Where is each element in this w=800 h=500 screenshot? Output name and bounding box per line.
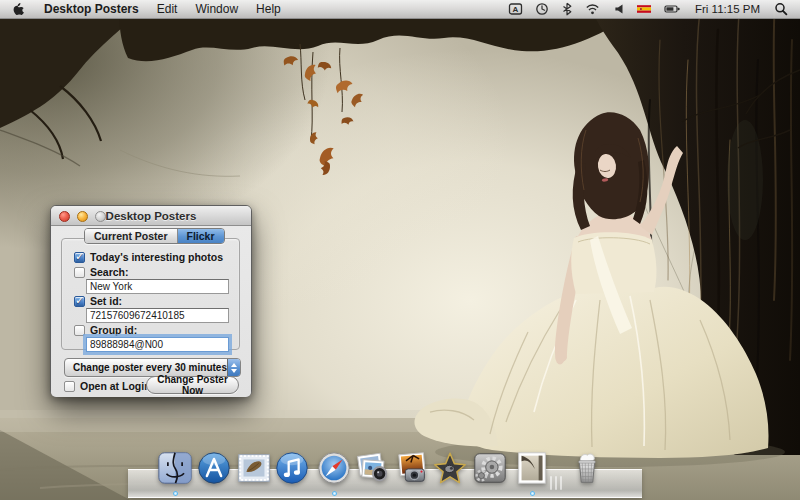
change-poster-now-button[interactable]: Change Poster Now: [146, 376, 239, 394]
window-title: Desktop Posters: [106, 210, 197, 222]
desktop: Desktop Posters Edit Window Help A: [0, 0, 800, 500]
interesting-checkbox[interactable]: [74, 252, 85, 263]
dock-divider: [550, 476, 564, 490]
svg-text:A: A: [513, 5, 519, 14]
search-checkbox[interactable]: [74, 267, 85, 278]
minimize-button[interactable]: [77, 211, 88, 222]
tab-bar: Current Poster Flickr: [84, 228, 225, 244]
group-id-checkbox[interactable]: [74, 325, 85, 336]
interval-popup-value: Change poster every 30 minutes: [65, 362, 227, 373]
set-id-checkbox[interactable]: [74, 296, 85, 307]
open-at-login-label[interactable]: Open at Login: [80, 380, 151, 392]
iphoto-icon[interactable]: [353, 449, 391, 487]
group-id-input[interactable]: [86, 337, 229, 352]
desktop-posters-window: Desktop Posters Current Poster Flickr To…: [50, 205, 252, 397]
tab-current-poster[interactable]: Current Poster: [85, 229, 178, 243]
desktop-posters-running-indicator: [530, 491, 535, 496]
itunes-icon[interactable]: [273, 449, 311, 487]
set-id-label[interactable]: Set id:: [90, 295, 122, 307]
search-input[interactable]: [86, 279, 229, 294]
menu-bar: Desktop Posters Edit Window Help A: [0, 0, 800, 19]
spotlight-icon[interactable]: [768, 0, 794, 18]
time-machine-icon[interactable]: [529, 0, 555, 18]
system-preferences-icon[interactable]: [471, 449, 509, 487]
group-id-label[interactable]: Group id:: [90, 324, 137, 336]
close-button[interactable]: [59, 211, 70, 222]
desktop-posters-dock-icon[interactable]: [513, 449, 551, 487]
bottom-row: Open at Login Change Poster Now: [64, 376, 239, 396]
window-content: Current Poster Flickr Today's interestin…: [51, 226, 251, 397]
dock: [128, 469, 642, 498]
finder-icon[interactable]: [156, 449, 194, 487]
menu-clock[interactable]: Fri 11:15 PM: [687, 3, 768, 15]
trash-icon[interactable]: [568, 449, 606, 487]
menu-app-name[interactable]: Desktop Posters: [35, 0, 148, 18]
safari-running-indicator: [332, 491, 337, 496]
apple-logo-icon: [12, 2, 25, 16]
image-capture-icon[interactable]: [393, 449, 431, 487]
input-menu-icon[interactable]: A: [502, 0, 529, 18]
tab-flickr[interactable]: Flickr: [178, 229, 224, 243]
zoom-button[interactable]: [95, 211, 106, 222]
spain-flag-icon[interactable]: [630, 0, 658, 18]
flickr-group-box: Today's interesting photos Search: Set i…: [61, 238, 240, 350]
apple-menu[interactable]: [0, 0, 35, 18]
safari-icon[interactable]: [315, 449, 353, 487]
menu-window[interactable]: Window: [186, 0, 247, 18]
bluetooth-icon[interactable]: [555, 0, 579, 18]
set-id-input[interactable]: [86, 308, 229, 323]
imovie-icon[interactable]: [431, 449, 469, 487]
menu-edit[interactable]: Edit: [148, 0, 187, 18]
battery-icon[interactable]: [658, 0, 687, 18]
volume-icon[interactable]: [606, 0, 630, 18]
window-title-bar[interactable]: Desktop Posters: [51, 206, 251, 226]
finder-running-indicator: [173, 491, 178, 496]
search-label[interactable]: Search:: [90, 266, 129, 278]
interesting-label[interactable]: Today's interesting photos: [90, 251, 223, 263]
app-store-icon[interactable]: [195, 449, 233, 487]
wifi-icon[interactable]: [579, 0, 606, 18]
mail-icon[interactable]: [235, 449, 273, 487]
menu-help[interactable]: Help: [247, 0, 290, 18]
open-at-login-checkbox[interactable]: [64, 381, 75, 392]
